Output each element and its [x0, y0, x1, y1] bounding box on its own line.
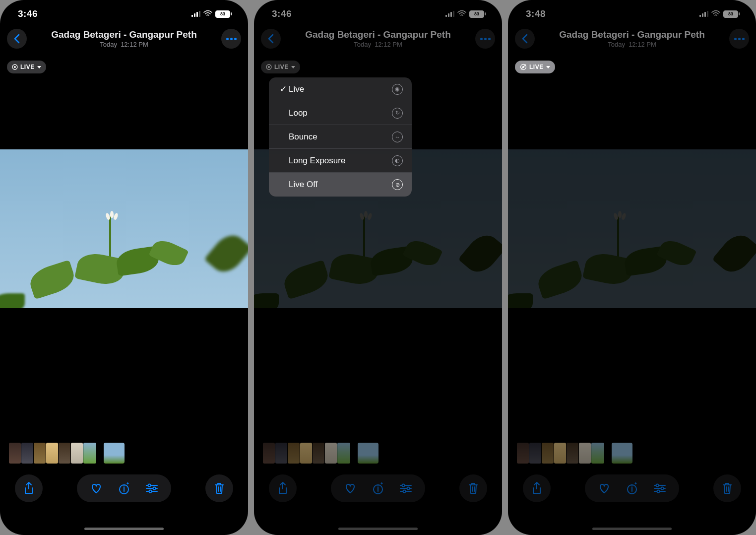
live-badge[interactable]: LIVE: [515, 61, 555, 73]
more-button[interactable]: [475, 29, 495, 49]
bottom-toolbar: [508, 470, 756, 506]
battery-icon: 83: [469, 10, 484, 18]
subtitle-time: 12:12 PM: [121, 41, 148, 48]
location-title: Gadag Betageri - Gangapur Peth: [281, 29, 475, 40]
live-off-icon: ⊘: [392, 179, 403, 190]
info-icon[interactable]: [118, 482, 130, 495]
thumbnail-scrubber[interactable]: [0, 441, 248, 466]
trash-icon: [722, 482, 733, 495]
delete-button[interactable]: [459, 474, 487, 502]
bottom-toolbar: [0, 470, 248, 506]
thumbnail-scrubber[interactable]: [254, 441, 502, 466]
thumbnail[interactable]: [529, 443, 541, 464]
back-button[interactable]: [7, 29, 27, 49]
status-time: 3:46: [272, 8, 292, 19]
share-button[interactable]: [269, 474, 297, 502]
thumbnail[interactable]: [337, 443, 350, 464]
thumbnail[interactable]: [275, 443, 287, 464]
share-button[interactable]: [523, 474, 551, 502]
thumbnail[interactable]: [517, 443, 529, 464]
share-button[interactable]: [15, 474, 43, 502]
wifi-icon: [711, 10, 720, 17]
heart-icon[interactable]: [598, 482, 611, 494]
sliders-icon[interactable]: [145, 483, 158, 494]
title-block[interactable]: Gadag Betageri - Gangapur Peth Today 12:…: [27, 29, 221, 48]
status-bar: 3:46 83: [254, 0, 502, 25]
wifi-icon: [457, 10, 466, 17]
sliders-icon[interactable]: [399, 483, 412, 494]
more-button[interactable]: [729, 29, 749, 49]
thumbnail[interactable]: [579, 443, 591, 464]
menu-item-loop[interactable]: Loop ↻: [269, 101, 412, 125]
thumbnail[interactable]: [288, 443, 300, 464]
thumbnail[interactable]: [71, 443, 83, 464]
live-photo-menu: ✓ Live ◉ Loop ↻ Bounce ↔ Long Exposure ◐…: [269, 77, 412, 197]
thumbnail[interactable]: [46, 443, 58, 464]
share-icon: [531, 482, 542, 495]
heart-icon[interactable]: [90, 482, 103, 494]
thumbnail-current[interactable]: [104, 443, 125, 464]
menu-item-label: Live: [289, 84, 392, 94]
delete-button[interactable]: [713, 474, 741, 502]
delete-button[interactable]: [205, 474, 233, 502]
menu-item-long-exposure[interactable]: Long Exposure ◐: [269, 149, 412, 173]
menu-item-label: Live Off: [289, 180, 392, 190]
svg-point-11: [403, 490, 406, 493]
battery-level: 83: [723, 10, 738, 18]
live-on-icon: [266, 64, 272, 70]
thumbnail-current[interactable]: [612, 443, 632, 464]
thumbnail[interactable]: [34, 443, 46, 464]
thumbnail-scrubber[interactable]: [508, 441, 756, 466]
menu-item-live[interactable]: ✓ Live ◉: [269, 77, 412, 101]
title-block[interactable]: Gadag Betageri - Gangapur Peth Today 12:…: [535, 29, 729, 48]
subtitle-day: Today: [100, 41, 117, 48]
menu-item-bounce[interactable]: Bounce ↔: [269, 125, 412, 149]
live-badge[interactable]: LIVE: [7, 61, 46, 73]
home-indicator[interactable]: [84, 528, 164, 530]
thumbnail[interactable]: [542, 443, 554, 464]
chevron-left-icon: [267, 34, 274, 44]
bottom-toolbar: [254, 470, 502, 506]
back-button[interactable]: [261, 29, 281, 49]
menu-item-label: Bounce: [289, 132, 392, 142]
thumbnail[interactable]: [9, 443, 21, 464]
heart-icon[interactable]: [344, 482, 357, 494]
info-icon[interactable]: [372, 482, 384, 495]
thumbnail[interactable]: [591, 443, 604, 464]
thumbnail[interactable]: [567, 443, 578, 464]
thumbnail[interactable]: [313, 443, 324, 464]
thumbnail[interactable]: [263, 443, 275, 464]
sliders-icon[interactable]: [653, 483, 666, 494]
chevron-down-icon: [546, 66, 550, 68]
battery-level: 83: [469, 10, 484, 18]
live-badge[interactable]: LIVE: [261, 61, 300, 73]
back-button[interactable]: [515, 29, 535, 49]
thumbnail[interactable]: [21, 443, 33, 464]
status-icons: 83: [699, 10, 738, 18]
subtitle-time: 12:12 PM: [629, 41, 656, 48]
thumbnail-current[interactable]: [358, 443, 378, 464]
wifi-icon: [203, 10, 212, 17]
svg-point-7: [268, 66, 270, 68]
more-button[interactable]: [221, 29, 241, 49]
location-title: Gadag Betageri - Gangapur Peth: [27, 29, 221, 40]
info-icon[interactable]: [626, 482, 638, 495]
subtitle: Today 12:12 PM: [535, 41, 729, 48]
thumbnail[interactable]: [83, 443, 96, 464]
title-block[interactable]: Gadag Betageri - Gangapur Peth Today 12:…: [281, 29, 475, 48]
cellular-icon: [191, 11, 200, 17]
home-indicator[interactable]: [338, 528, 418, 530]
svg-point-4: [153, 487, 156, 490]
photo-viewer[interactable]: [508, 149, 756, 308]
svg-point-17: [661, 487, 664, 490]
svg-point-5: [149, 490, 152, 493]
photo-viewer[interactable]: [0, 149, 248, 308]
thumbnail[interactable]: [59, 443, 70, 464]
thumbnail[interactable]: [554, 443, 566, 464]
thumbnail[interactable]: [325, 443, 337, 464]
home-indicator[interactable]: [592, 528, 672, 530]
battery-icon: 83: [723, 10, 738, 18]
menu-item-live-off[interactable]: Live Off ⊘: [269, 173, 412, 197]
thumbnail[interactable]: [300, 443, 312, 464]
svg-point-10: [407, 487, 410, 490]
